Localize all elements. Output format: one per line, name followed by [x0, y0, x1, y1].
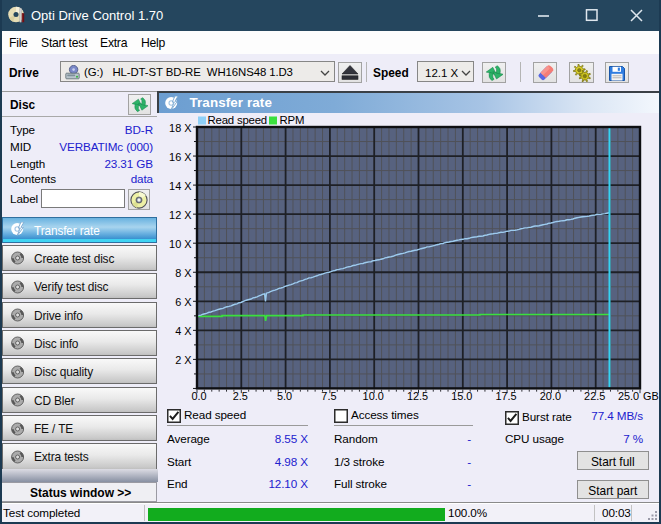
svg-text:12 X: 12 X — [169, 209, 192, 221]
svg-text:17.5: 17.5 — [495, 390, 516, 402]
svg-text:5.0: 5.0 — [277, 390, 292, 402]
svg-text:RPM: RPM — [280, 114, 305, 126]
svg-text:0.0: 0.0 — [191, 390, 206, 402]
svg-text:7.5: 7.5 — [321, 390, 336, 402]
svg-text:2.5: 2.5 — [233, 390, 248, 402]
svg-text:12.5: 12.5 — [407, 390, 428, 402]
svg-text:4 X: 4 X — [175, 325, 192, 337]
svg-text:Read speed: Read speed — [208, 114, 267, 126]
svg-text:GB: GB — [643, 390, 659, 402]
svg-text:20.0: 20.0 — [540, 390, 561, 402]
svg-text:2 X: 2 X — [175, 354, 192, 366]
svg-text:25.0: 25.0 — [618, 390, 639, 402]
svg-text:18 X: 18 X — [169, 122, 192, 134]
svg-text:22.5: 22.5 — [584, 390, 605, 402]
svg-text:8 X: 8 X — [175, 267, 192, 279]
svg-text:6 X: 6 X — [175, 296, 192, 308]
svg-text:15.0: 15.0 — [451, 390, 472, 402]
svg-text:10 X: 10 X — [169, 238, 192, 250]
svg-text:14 X: 14 X — [169, 180, 192, 192]
svg-text:10.0: 10.0 — [363, 390, 384, 402]
svg-text:16 X: 16 X — [169, 151, 192, 163]
